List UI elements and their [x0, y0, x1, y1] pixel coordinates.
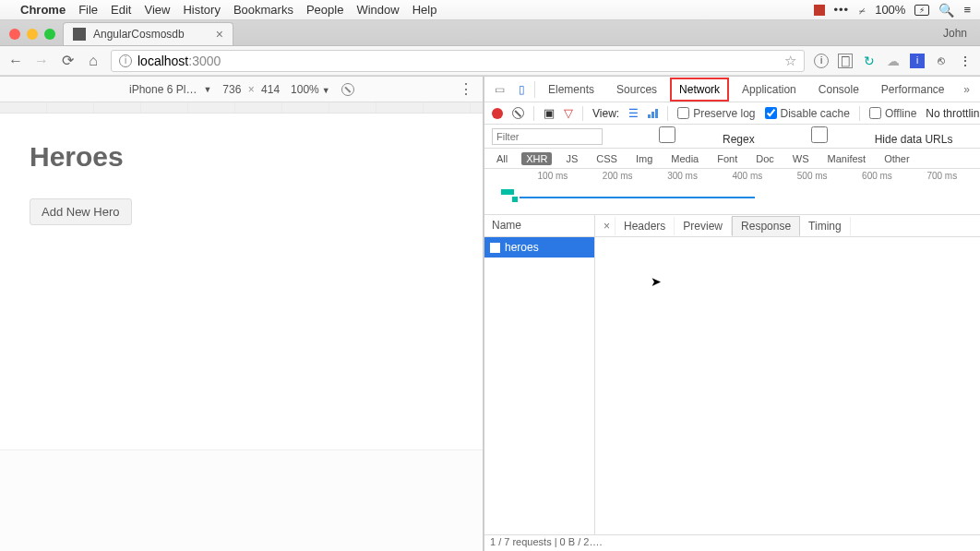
inspect-element-icon[interactable]: ▭	[490, 83, 508, 96]
record-button[interactable]	[492, 108, 503, 119]
extension-icons: i ⎕ ↻ ☁ i ⎋ ⋮	[814, 54, 973, 68]
device-toolbar: iPhone 6 Pl… 736 × 414 100% ⋮	[0, 77, 483, 102]
tab-application[interactable]: Application	[733, 78, 806, 102]
browser-tabstrip: AngularCosmosdb × John	[0, 20, 980, 46]
maximize-window-icon[interactable]	[44, 29, 55, 40]
type-img[interactable]: Img	[631, 152, 657, 165]
detail-tab-response[interactable]: Response	[732, 216, 800, 236]
type-doc[interactable]: Doc	[751, 152, 779, 165]
tab-performance[interactable]: Performance	[872, 78, 954, 102]
request-row[interactable]: heroes	[484, 237, 594, 258]
menu-help[interactable]: Help	[412, 3, 437, 17]
wifi-icon[interactable]: ⌿	[858, 3, 866, 18]
view-waterfall-icon[interactable]	[648, 109, 658, 118]
menu-chrome[interactable]: Chrome	[20, 3, 66, 17]
menu-bookmarks[interactable]: Bookmarks	[233, 3, 293, 17]
type-all[interactable]: All	[492, 152, 512, 165]
status-indicator-icon[interactable]	[814, 5, 825, 16]
window-controls	[6, 29, 63, 45]
battery-icon[interactable]: ⚡︎	[914, 5, 929, 16]
back-button[interactable]: ←	[7, 53, 24, 69]
menu-edit[interactable]: Edit	[111, 3, 131, 17]
device-toolbar-menu-icon[interactable]: ⋮	[459, 80, 473, 98]
chrome-profile[interactable]: John	[943, 27, 980, 45]
url-field[interactable]: i localhost:3000 ☆	[111, 50, 805, 72]
close-detail-icon[interactable]: ×	[595, 217, 615, 235]
type-font[interactable]: Font	[712, 152, 742, 165]
zoom-select[interactable]: 100%	[291, 83, 330, 96]
detail-tab-timing[interactable]: Timing	[800, 217, 851, 235]
tab-console[interactable]: Console	[809, 78, 868, 102]
hide-data-urls-checkbox[interactable]: Hide data URLs	[764, 126, 953, 146]
menu-hamburger-icon[interactable]: ≡	[963, 3, 971, 17]
macos-menubar: Chrome File Edit View History Bookmarks …	[0, 0, 980, 20]
menu-people[interactable]: People	[306, 3, 343, 17]
type-ws[interactable]: WS	[788, 152, 814, 165]
tab-elements[interactable]: Elements	[539, 78, 604, 102]
menu-file[interactable]: File	[78, 3, 98, 17]
ext-refresh-icon[interactable]: ↻	[862, 54, 877, 68]
add-new-hero-button[interactable]: Add New Hero	[30, 198, 132, 225]
spotlight-icon[interactable]: 🔍	[938, 3, 954, 18]
ext-icon-1[interactable]: ⎕	[838, 54, 853, 68]
address-bar: ← → ⟳ ⌂ i localhost:3000 ☆ i ⎕ ↻ ☁ i ⎋ ⋮	[0, 46, 980, 76]
menu-window[interactable]: Window	[356, 3, 399, 17]
chrome-menu-icon[interactable]: ⋮	[958, 54, 973, 68]
menu-history[interactable]: History	[183, 3, 220, 17]
minimize-window-icon[interactable]	[27, 29, 38, 40]
viewport-w: 736	[222, 83, 241, 96]
device-select[interactable]: iPhone 6 Pl…	[129, 83, 211, 96]
bookmark-star-icon[interactable]: ☆	[784, 53, 796, 69]
rotate-icon[interactable]	[341, 83, 354, 96]
request-type-icon	[490, 243, 500, 253]
disable-cache-checkbox[interactable]: Disable cache	[765, 107, 850, 120]
filter-toggle-icon[interactable]: ▽	[564, 106, 573, 120]
network-filter-bar: Regex Hide data URLs	[484, 125, 980, 149]
tick: 300 ms	[667, 171, 698, 181]
ext-icon-4[interactable]: i	[910, 54, 925, 68]
type-js[interactable]: JS	[561, 152, 582, 165]
tab-sources[interactable]: Sources	[607, 78, 666, 102]
more-tabs-icon[interactable]: »	[958, 83, 976, 96]
offline-checkbox[interactable]: Offline	[869, 107, 916, 120]
toggle-device-icon[interactable]: ▯	[512, 83, 531, 96]
viewport-dimensions[interactable]: 736 × 414	[222, 83, 280, 96]
type-css[interactable]: CSS	[592, 152, 622, 165]
mouse-cursor-icon: ➤	[651, 274, 662, 289]
filter-input[interactable]	[492, 128, 603, 145]
type-xhr[interactable]: XHR	[521, 152, 552, 165]
tab-network[interactable]: Network	[670, 78, 729, 102]
resource-type-filter: All XHR JS CSS Img Media Font Doc WS Man…	[484, 149, 980, 169]
close-window-icon[interactable]	[9, 29, 20, 40]
offline-label: Offline	[885, 107, 916, 120]
clear-button[interactable]	[512, 107, 524, 119]
response-body[interactable]: ➤	[595, 237, 980, 534]
url-port: :3000	[188, 54, 221, 68]
viewport-x: ×	[248, 83, 255, 96]
status-dots-icon[interactable]: •••	[834, 3, 850, 17]
home-button[interactable]: ⌂	[85, 53, 102, 69]
reload-button[interactable]: ⟳	[59, 52, 76, 69]
type-other[interactable]: Other	[879, 152, 914, 165]
ext-icon-5[interactable]: ⎋	[934, 54, 949, 68]
screenshot-icon[interactable]: ▣	[544, 106, 555, 120]
preserve-log-label: Preserve log	[693, 107, 755, 120]
tick: 700 ms	[926, 171, 957, 181]
preserve-log-checkbox[interactable]: Preserve log	[677, 107, 755, 120]
url-host: localhost	[137, 54, 188, 68]
type-manifest[interactable]: Manifest	[823, 152, 871, 165]
browser-tab[interactable]: AngularCosmosdb ×	[63, 22, 233, 45]
view-list-icon[interactable]: ☰	[628, 107, 639, 120]
menu-view[interactable]: View	[144, 3, 170, 17]
network-timeline[interactable]: 100 ms 200 ms 300 ms 400 ms 500 ms 600 m…	[484, 169, 980, 215]
ext-icon-3[interactable]: ☁	[886, 54, 901, 68]
regex-checkbox[interactable]: Regex	[612, 126, 755, 146]
tab-close-icon[interactable]: ×	[216, 27, 223, 42]
name-column-header[interactable]: Name	[484, 215, 594, 237]
site-info-icon[interactable]: i	[119, 54, 132, 67]
detail-tab-headers[interactable]: Headers	[615, 217, 675, 235]
ext-info-icon[interactable]: i	[814, 54, 829, 68]
type-media[interactable]: Media	[666, 152, 703, 165]
detail-tab-preview[interactable]: Preview	[675, 217, 732, 235]
throttling-select[interactable]: No throttling	[926, 107, 980, 120]
